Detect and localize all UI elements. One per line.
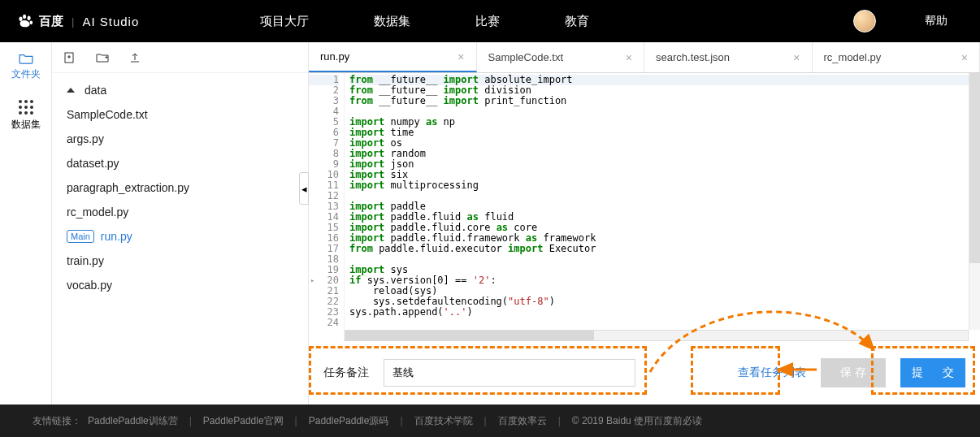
footer-link[interactable]: PaddlePaddle官网	[203, 414, 284, 428]
tab-rc-model[interactable]: rc_model.py×	[813, 42, 981, 72]
code-content[interactable]: from __future__ import absolute_importfr…	[345, 73, 980, 341]
logo-main: 百度	[39, 14, 63, 29]
footer-link[interactable]: 百度效率云	[498, 414, 547, 428]
folder-icon	[19, 53, 33, 64]
rail-dataset-label: 数据集	[11, 118, 41, 132]
tab-samplecode[interactable]: SampleCode.txt×	[477, 42, 645, 72]
tab-search-json[interactable]: search.test.json×	[644, 42, 813, 72]
avatar[interactable]	[853, 10, 876, 32]
view-tasks-link[interactable]: 查看任务列表	[738, 366, 806, 380]
folder-item[interactable]: data	[52, 78, 308, 102]
task-label: 任务备注	[323, 366, 369, 380]
rail-files-label: 文件夹	[11, 67, 41, 81]
rail-files[interactable]: 文件夹	[0, 42, 51, 91]
logo-sub: AI Studio	[82, 15, 139, 28]
svg-point-3	[30, 20, 33, 24]
task-note-input[interactable]	[384, 359, 635, 387]
top-nav: 项目大厅 数据集 比赛 教育	[236, 14, 853, 29]
footer-prefix: 友情链接：	[33, 414, 81, 428]
close-icon[interactable]: ×	[626, 51, 632, 64]
rail-dataset[interactable]: 数据集	[0, 91, 51, 140]
dataset-icon	[19, 100, 33, 115]
logo-separator: |	[72, 15, 74, 28]
close-icon[interactable]: ×	[457, 50, 464, 63]
svg-point-2	[28, 16, 31, 20]
help-link[interactable]: 帮助	[925, 14, 947, 28]
new-folder-icon[interactable]	[96, 51, 109, 64]
task-bar: 任务备注 查看任务列表 保 存 提 交	[309, 341, 980, 405]
file-item[interactable]: vocab.py	[52, 273, 308, 297]
footer-link[interactable]: 百度技术学院	[414, 414, 473, 428]
file-item[interactable]: paragraph_extraction.py	[52, 175, 308, 200]
top-header: 百度 | AI Studio 项目大厅 数据集 比赛 教育 帮助	[0, 0, 980, 42]
close-icon[interactable]: ×	[793, 51, 800, 64]
main-area: 文件夹 数据集 data SampleCode.txt args.py data…	[0, 42, 980, 405]
horizontal-scrollbar[interactable]	[345, 330, 969, 341]
footer-link[interactable]: PaddlePaddle训练营	[88, 414, 178, 428]
nav-education[interactable]: 教育	[565, 14, 589, 29]
file-item[interactable]: rc_model.py	[52, 200, 308, 224]
svg-point-1	[23, 15, 26, 19]
footer: 友情链接： PaddlePaddle训练营| PaddlePaddle官网| P…	[0, 405, 980, 437]
file-panel: data SampleCode.txt args.py dataset.py p…	[52, 42, 309, 405]
logo[interactable]: 百度 | AI Studio	[16, 12, 236, 30]
nav-projects[interactable]: 项目大厅	[260, 14, 309, 29]
tab-run-py[interactable]: run.py×	[309, 42, 477, 72]
save-button[interactable]: 保 存	[821, 358, 886, 387]
file-tree: data SampleCode.txt args.py dataset.py p…	[52, 73, 308, 302]
main-badge: Main	[67, 230, 94, 243]
close-icon[interactable]: ×	[961, 51, 968, 64]
footer-copyright: © 2019 Baidu 使用百度前必读	[572, 414, 702, 428]
file-item[interactable]: train.py	[52, 249, 308, 273]
file-item[interactable]: dataset.py	[52, 151, 308, 175]
nav-datasets[interactable]: 数据集	[374, 14, 410, 29]
vertical-scrollbar[interactable]	[969, 73, 980, 330]
folder-name: data	[85, 84, 106, 97]
code-editor[interactable]: 123456789101112131415161718192021222324 …	[309, 73, 980, 341]
new-file-icon[interactable]	[63, 51, 76, 64]
editor-tabs: run.py× SampleCode.txt× search.test.json…	[309, 42, 980, 73]
submit-button[interactable]: 提 交	[900, 358, 965, 387]
upload-icon[interactable]	[128, 51, 141, 64]
file-item[interactable]: SampleCode.txt	[52, 102, 308, 127]
chevron-up-icon	[67, 88, 75, 93]
line-gutter: 123456789101112131415161718192021222324	[309, 73, 345, 341]
file-item-active[interactable]: Mainrun.py	[52, 224, 308, 249]
file-item[interactable]: args.py	[52, 127, 308, 151]
nav-competition[interactable]: 比赛	[475, 14, 500, 29]
baidu-paw-icon	[16, 12, 34, 30]
svg-point-0	[19, 17, 22, 22]
left-rail: 文件夹 数据集	[0, 42, 52, 405]
file-toolbar	[52, 42, 308, 73]
editor-area: run.py× SampleCode.txt× search.test.json…	[309, 42, 980, 405]
footer-link[interactable]: PaddlePaddle源码	[309, 414, 389, 428]
collapse-handle[interactable]: ◂	[299, 172, 309, 205]
